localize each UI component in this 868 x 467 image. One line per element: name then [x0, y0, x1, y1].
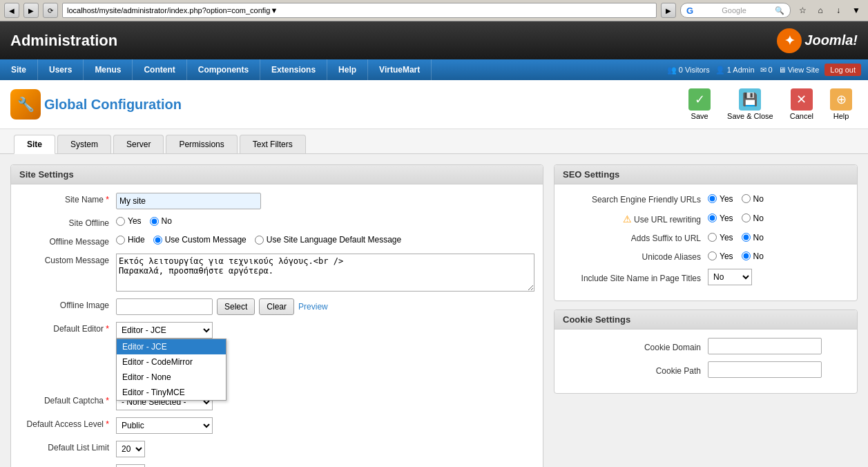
suffix-yes[interactable]: Yes [708, 233, 733, 242]
unicode-aliases-label: Unicode Aliases [563, 250, 701, 262]
nav-right: 👥 0 Visitors 👤 1 Admin ✉ 0 🖥 View Site L… [660, 59, 868, 80]
nav-components[interactable]: Components [187, 59, 260, 80]
cookie-path-input[interactable] [708, 361, 822, 378]
sef-yes[interactable]: Yes [708, 194, 733, 204]
editor-option-jce[interactable]: Editor - JCE [117, 339, 226, 354]
bookmarks-icon[interactable]: ☆ [795, 3, 810, 18]
hide-radio[interactable]: Hide [116, 235, 145, 245]
seo-settings-panel: SEO Settings Search Engine Friendly URLs… [554, 164, 858, 301]
nav-content[interactable]: Content [133, 59, 186, 80]
admin-count: 1 Admin [727, 66, 755, 74]
cookie-settings-panel: Cookie Settings Cookie Domain Cookie Pat… [554, 309, 858, 394]
site-name-row: Site Name * [19, 193, 534, 209]
admin-icon: 👤 [715, 66, 725, 75]
nav-help[interactable]: Help [327, 59, 368, 80]
use-custom-radio[interactable]: Use Custom Message [153, 235, 247, 245]
site-offline-radios: Yes No [116, 216, 172, 226]
search-bar[interactable]: G Google 🔍 [680, 3, 791, 18]
site-name-input[interactable] [116, 193, 261, 209]
url-rewriting-radios: Yes No [708, 213, 764, 223]
visitors-icon: 👥 [667, 66, 677, 75]
custom-message-textarea[interactable]: Εκτός λειτουργίας για τεχνικούς λόγους.<… [116, 254, 534, 292]
offline-yes-radio[interactable]: Yes [116, 216, 142, 226]
default-access-control: Public [116, 417, 534, 434]
select-button[interactable]: Select [217, 298, 255, 315]
offline-message-radios: Hide Use Custom Message Use Site Languag… [116, 235, 401, 245]
default-access-select[interactable]: Public [116, 417, 213, 434]
tab-site[interactable]: Site [14, 135, 55, 154]
sef-no[interactable]: No [742, 194, 764, 204]
default-editor-select[interactable]: Editor - JCE Editor - CodeMirror Editor … [116, 322, 213, 339]
save-icon: ✓ [688, 88, 711, 111]
nav-virtuemart[interactable]: VirtueMart [368, 59, 432, 80]
default-editor-control: Editor - JCE Editor - CodeMirror Editor … [116, 322, 534, 339]
default-list-control: 20 [116, 441, 534, 457]
page-title: Global Configuration [44, 97, 679, 113]
adds-suffix-row: Adds Suffix to URL Yes No [563, 231, 849, 243]
editor-option-tinymce[interactable]: Editor - TinyMCE [117, 385, 226, 400]
tab-text-filters[interactable]: Text Filters [240, 135, 306, 153]
messages-item[interactable]: ✉ 0 [760, 66, 773, 75]
include-site-name-label: Include Site Name in Page Titles [563, 271, 701, 283]
default-feed-select[interactable]: 10 [116, 464, 145, 467]
default-list-select[interactable]: 20 [116, 441, 145, 457]
warning-icon: ⚠ [623, 213, 632, 225]
view-site-item[interactable]: 🖥 View Site [778, 66, 820, 74]
save-button[interactable]: ✓ Save [683, 86, 716, 123]
offline-image-input[interactable] [116, 298, 213, 315]
nav-users[interactable]: Users [38, 59, 84, 80]
cookie-domain-row: Cookie Domain [563, 338, 849, 354]
include-site-name-select[interactable]: No Before After [708, 269, 752, 285]
default-access-row: Default Access Level * Public [19, 417, 534, 434]
default-editor-label: Default Editor * [19, 322, 109, 334]
cookie-settings-body: Cookie Domain Cookie Path [554, 330, 857, 393]
forward-button[interactable]: ▶ [23, 3, 39, 18]
download-icon[interactable]: ↓ [831, 3, 846, 18]
back-button[interactable]: ◀ [4, 3, 19, 18]
offline-no-radio[interactable]: No [150, 216, 172, 226]
unicode-no[interactable]: No [742, 251, 764, 261]
editor-option-codemirror[interactable]: Editor - CodeMirror [117, 354, 226, 370]
site-offline-label: Site Offline [19, 216, 109, 228]
help-button[interactable]: ⊕ Help [824, 86, 858, 123]
toolbar: 🔧 Global Configuration ✓ Save 💾 Save & C… [0, 80, 868, 129]
default-feed-control: 10 [116, 464, 534, 467]
view-site-icon: 🖥 [778, 66, 786, 74]
menu-icon[interactable]: ▼ [849, 3, 864, 18]
tab-system[interactable]: System [57, 135, 111, 153]
clear-button[interactable]: Clear [259, 298, 294, 315]
preview-link[interactable]: Preview [298, 302, 328, 312]
logout-button[interactable]: Log out [824, 64, 861, 76]
offline-message-row: Offline Message Hide Use Custom Message … [19, 235, 534, 247]
rewrite-yes[interactable]: Yes [708, 213, 733, 223]
unicode-aliases-radios: Yes No [708, 251, 764, 261]
default-access-label: Default Access Level * [19, 417, 109, 429]
refresh-button[interactable]: ⟳ [43, 3, 58, 18]
messages-count: 0 [769, 66, 773, 74]
address-bar[interactable]: localhost/mysite/administrator/index.php… [62, 3, 657, 18]
unicode-aliases-row: Unicode Aliases Yes No [563, 250, 849, 262]
sef-urls-radios: Yes No [708, 194, 764, 204]
save-close-button[interactable]: 💾 Save & Close [722, 86, 779, 123]
go-button[interactable]: ▶ [661, 3, 676, 18]
nav-extensions[interactable]: Extensions [260, 59, 327, 80]
nav-menus[interactable]: Menus [84, 59, 133, 80]
nav-site[interactable]: Site [0, 59, 38, 80]
default-list-row: Default List Limit 20 [19, 441, 534, 457]
unicode-yes[interactable]: Yes [708, 251, 733, 261]
offline-image-label: Offline Image [19, 298, 109, 310]
editor-option-none[interactable]: Editor - None [117, 370, 226, 385]
rewrite-no[interactable]: No [742, 213, 764, 223]
suffix-no[interactable]: No [742, 233, 764, 242]
tab-permissions[interactable]: Permissions [166, 135, 237, 153]
tab-server[interactable]: Server [113, 135, 164, 153]
cookie-settings-header: Cookie Settings [554, 310, 857, 330]
cancel-button[interactable]: ✕ Cancel [784, 86, 819, 123]
joomla-logo: ✦ Joomla! [777, 28, 858, 53]
joomla-icon: ✦ [777, 28, 802, 53]
site-offline-control: Yes No [116, 216, 534, 226]
cookie-domain-input[interactable] [708, 338, 822, 354]
home-icon[interactable]: ⌂ [813, 3, 828, 18]
use-site-lang-radio[interactable]: Use Site Language Default Message [255, 235, 401, 245]
default-feed-row: Default Feed Limit 10 [19, 464, 534, 467]
